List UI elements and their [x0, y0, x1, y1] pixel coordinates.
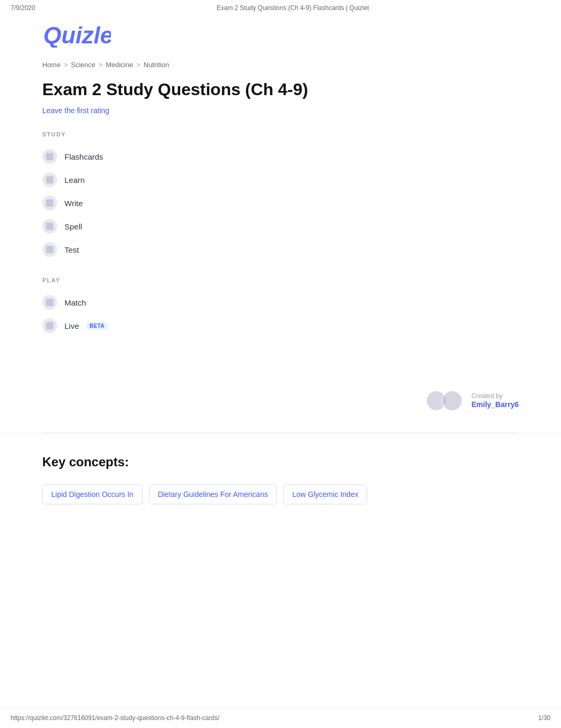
top-bar: 7/9/2020 Exam 2 Study Questions (Ch 4-9)…: [0, 0, 561, 16]
page-title-meta: Exam 2 Study Questions (Ch 4-9) Flashcar…: [217, 4, 369, 12]
breadcrumb: Home > Science > Medicine > Nutrition: [0, 50, 561, 74]
creator-avatar-2: [442, 390, 463, 411]
concept-tag-1[interactable]: Lipid Digestion Occurs In: [42, 484, 143, 504]
flashcards-item[interactable]: Flashcards: [42, 145, 519, 168]
breadcrumb-sep-2: >: [99, 61, 103, 69]
learn-icon: [42, 172, 57, 187]
footer: https://quizlet.com/327616091/exam-2-stu…: [0, 707, 561, 728]
live-icon: [42, 318, 57, 333]
match-icon: [42, 295, 57, 310]
breadcrumb-sep-3: >: [136, 61, 141, 69]
footer-pagination: 1/30: [538, 714, 550, 722]
test-label: Test: [64, 245, 79, 254]
logo-area: Quizlet: [0, 16, 561, 50]
beta-badge: BETA: [87, 322, 108, 330]
write-item[interactable]: Write: [42, 191, 519, 215]
main-content: Exam 2 Study Questions (Ch 4-9) Leave th…: [0, 74, 561, 358]
concept-tag-3[interactable]: Low Glycemic Index: [283, 484, 367, 504]
creator-info: Created by Emily_Barry6: [471, 392, 519, 409]
logo-svg: Quizlet: [42, 21, 111, 48]
spell-label: Spell: [64, 222, 82, 231]
breadcrumb-medicine[interactable]: Medicine: [106, 61, 133, 69]
spell-item[interactable]: Spell: [42, 215, 519, 238]
spell-icon: [42, 219, 57, 234]
svg-text:Quizlet: Quizlet: [43, 22, 111, 48]
breadcrumb-home[interactable]: Home: [42, 61, 61, 69]
flashcards-icon: [42, 149, 57, 164]
creator-section: Created by Emily_Barry6: [0, 358, 561, 432]
key-concepts-title: Key concepts:: [42, 455, 519, 469]
learn-item[interactable]: Learn: [42, 168, 519, 191]
match-item[interactable]: Match: [42, 291, 519, 314]
creator-name[interactable]: Emily_Barry6: [471, 400, 519, 409]
match-label: Match: [64, 298, 86, 307]
quizlet-logo[interactable]: Quizlet: [42, 21, 111, 48]
breadcrumb-science[interactable]: Science: [71, 61, 95, 69]
footer-url: https://quizlet.com/327616091/exam-2-stu…: [11, 714, 220, 722]
breadcrumb-sep-1: >: [64, 61, 68, 69]
learn-label: Learn: [64, 176, 85, 185]
test-item[interactable]: Test: [42, 238, 519, 261]
play-section-label: PLAY: [42, 277, 519, 283]
leave-rating-link[interactable]: Leave the first rating: [42, 106, 109, 115]
write-icon: [42, 196, 57, 210]
page-title: Exam 2 Study Questions (Ch 4-9): [42, 79, 519, 99]
key-concepts-section: Key concepts: Lipid Digestion Occurs In …: [0, 433, 561, 526]
write-label: Write: [64, 199, 83, 208]
flashcards-label: Flashcards: [64, 152, 103, 161]
live-item[interactable]: Live BETA: [42, 314, 519, 337]
test-icon: [42, 242, 57, 257]
study-section-label: STUDY: [42, 131, 519, 137]
date-label: 7/9/2020: [11, 4, 35, 12]
live-label: Live: [64, 321, 79, 330]
concepts-list: Lipid Digestion Occurs In Dietary Guidel…: [42, 484, 519, 504]
created-by-label: Created by: [471, 392, 519, 400]
breadcrumb-nutrition[interactable]: Nutrition: [144, 61, 169, 69]
concept-tag-2[interactable]: Dietary Guidelines For Americans: [149, 484, 277, 504]
creator-avatars: [426, 390, 463, 411]
